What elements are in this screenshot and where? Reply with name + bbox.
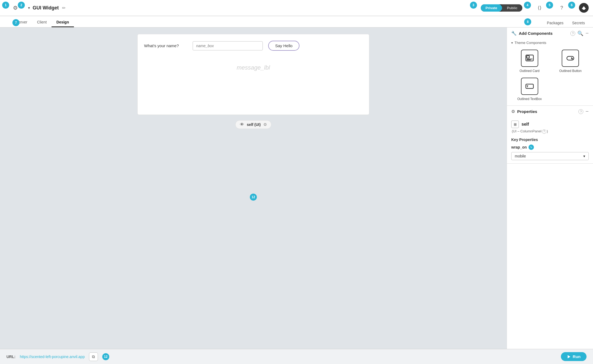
wrap-on-dropdown[interactable]: mobile ▾	[511, 152, 589, 160]
name-input[interactable]	[193, 41, 263, 50]
settings-icon-small[interactable]: ⚙	[263, 122, 267, 127]
wrap-on-value: mobile	[515, 154, 581, 158]
badge-6: 6	[568, 2, 575, 9]
run-button[interactable]: Run	[561, 352, 587, 361]
outlined-card-icon	[521, 50, 538, 67]
wrap-on-label: wrap_on	[511, 145, 527, 149]
dropdown-chevron-icon: ▾	[583, 154, 585, 158]
design-canvas: What's your name? Say Hello message_lbl	[137, 34, 369, 115]
url-label: URL:	[6, 355, 15, 359]
chevron-down-theme-icon[interactable]: ▾	[511, 41, 513, 45]
badge-1: 1	[2, 2, 9, 9]
tab-server[interactable]: Server	[11, 18, 32, 27]
theme-components-label: Theme Components	[514, 41, 546, 45]
share-button[interactable]: ⟨⟩	[535, 3, 544, 13]
badge-3: 3	[470, 2, 477, 9]
wrench-icon: 🔧	[511, 31, 517, 36]
help-button[interactable]: ?	[557, 3, 567, 13]
gear-icon[interactable]: ⚙	[13, 5, 18, 11]
self-ui-pill[interactable]: 👁 self (UI) ⚙	[235, 120, 271, 129]
properties-title: Properties	[517, 109, 576, 114]
add-components-section: 🔧 Add Components ? 🔍 − ▾ Theme Component…	[507, 28, 593, 106]
badge-5: 5	[546, 2, 553, 9]
chevron-down-icon[interactable]: ▾	[28, 6, 30, 10]
outlined-card-label: Outlined Card	[520, 69, 540, 73]
url-link[interactable]: https://scented-left-porcupine.anvil.app	[20, 355, 84, 359]
tab-secrets[interactable]: Secrets	[568, 19, 589, 27]
outlined-textbox-label: Outlined TextBox	[517, 97, 542, 101]
tab-packages[interactable]: Packages	[543, 19, 567, 27]
app-title: GUI Widget	[33, 5, 59, 11]
badge-12: 12	[250, 194, 257, 201]
outlined-button-icon	[562, 50, 579, 67]
search-icon[interactable]: 🔍	[577, 31, 583, 36]
right-panel: 🔧 Add Components ? 🔍 − ▾ Theme Component…	[507, 28, 593, 349]
bottom-bar: URL: https://scented-left-porcupine.anvi…	[0, 349, 593, 364]
outlined-button-component[interactable]: Outlined Button	[552, 50, 589, 73]
svg-rect-8	[526, 84, 533, 88]
self-component-icon: ▦	[511, 121, 519, 128]
tab-design[interactable]: Design	[52, 18, 74, 27]
outlined-textbox-icon	[521, 78, 538, 95]
message-label: message_lbl	[144, 56, 363, 74]
self-ui-label: self (UI)	[247, 122, 261, 127]
outlined-textbox-component[interactable]: Outlined TextBox	[511, 78, 548, 101]
outlined-button-label: Outlined Button	[559, 69, 582, 73]
badge-2: 2	[18, 2, 25, 9]
key-properties-title: Key Properties	[511, 138, 589, 142]
private-button[interactable]: Private	[481, 4, 502, 12]
copy-url-button[interactable]: ⧉	[89, 352, 98, 361]
properties-section: ⚙ Properties ? − ▦ self (UI – ColumnPane…	[507, 106, 593, 164]
visibility-toggle: Private Public	[481, 4, 522, 12]
properties-icon: ⚙	[511, 109, 515, 114]
minimize-add-components-icon[interactable]: −	[585, 30, 589, 36]
wrap-on-edit-button[interactable]: ✎	[529, 145, 534, 150]
canvas-area: What's your name? Say Hello message_lbl …	[0, 28, 507, 349]
svg-marker-11	[568, 355, 570, 358]
eye-icon: 👁	[240, 122, 244, 127]
svg-rect-4	[567, 56, 574, 60]
svg-rect-1	[527, 56, 529, 58]
badge-4: 4	[524, 2, 531, 9]
name-label: What's your name?	[144, 43, 187, 48]
components-grid: Outlined Card Outlined Button	[507, 47, 593, 105]
anvil-logo	[579, 3, 589, 13]
outlined-card-component[interactable]: Outlined Card	[511, 50, 548, 73]
properties-help[interactable]: ?	[578, 109, 583, 114]
add-components-help[interactable]: ?	[570, 31, 575, 36]
public-button[interactable]: Public	[502, 4, 522, 12]
edit-icon[interactable]: ✏	[62, 5, 66, 11]
self-component-name: self	[522, 122, 529, 127]
self-component-type: (UI – ColumnPanel?)	[511, 129, 589, 134]
say-hello-button[interactable]: Say Hello	[268, 41, 299, 51]
badge-12-bottom: 12	[102, 353, 109, 360]
add-components-title: Add Components	[519, 31, 568, 36]
tab-client[interactable]: Client	[32, 18, 52, 27]
badge-8: 8	[524, 18, 531, 25]
type-help-icon[interactable]: ?	[542, 129, 546, 134]
minimize-properties-icon[interactable]: −	[585, 109, 589, 114]
